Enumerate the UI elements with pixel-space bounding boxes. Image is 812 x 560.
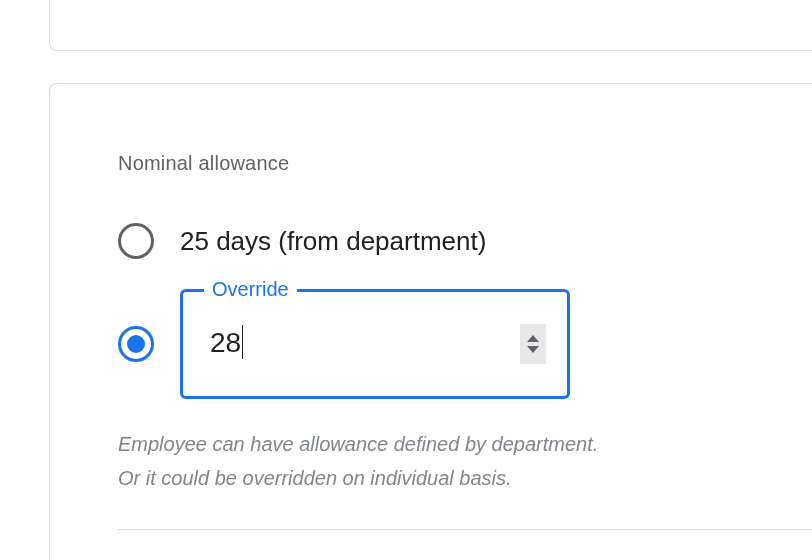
nominal-allowance-card: Nominal allowance 25 days (from departme… — [49, 83, 812, 560]
radio-button-department[interactable] — [118, 223, 154, 259]
radio-label-department: 25 days (from department) — [180, 226, 486, 257]
text-caret — [242, 325, 243, 359]
chevron-up-icon[interactable] — [527, 335, 539, 342]
divider — [118, 529, 812, 530]
radio-button-override[interactable] — [118, 326, 154, 362]
radio-option-override[interactable]: Override 28 — [118, 289, 812, 399]
helper-text: Employee can have allowance defined by d… — [118, 427, 748, 495]
radio-option-department[interactable]: 25 days (from department) — [118, 223, 812, 259]
section-title: Nominal allowance — [118, 152, 812, 175]
number-stepper[interactable] — [520, 324, 546, 364]
override-input[interactable]: 28 — [210, 327, 243, 362]
chevron-down-icon[interactable] — [527, 346, 539, 353]
previous-card-fragment — [49, 0, 812, 51]
override-field[interactable]: Override 28 — [180, 289, 570, 399]
